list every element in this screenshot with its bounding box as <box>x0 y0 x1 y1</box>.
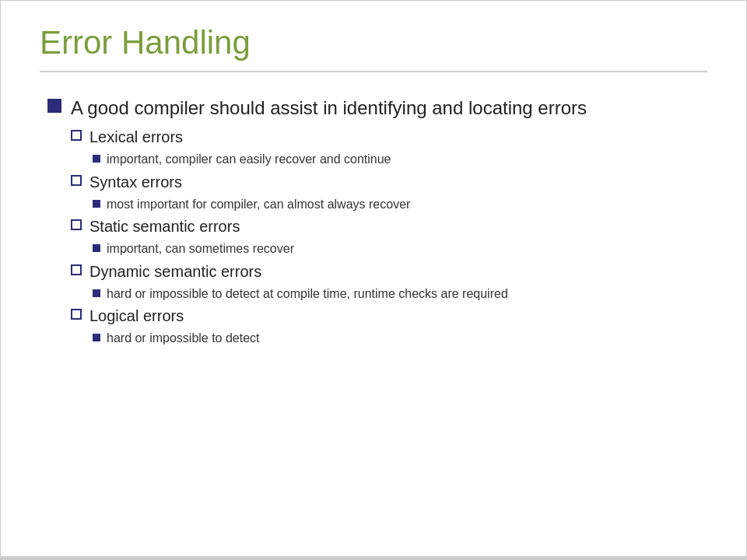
level3-items: important, can sometimes recover <box>93 240 707 257</box>
level2-item: Lexical errors <box>71 127 707 148</box>
level3-item: important, can sometimes recover <box>93 240 707 257</box>
level2-text: Dynamic semantic errors <box>89 261 261 282</box>
slide-content: A good compiler should assist in identif… <box>40 96 707 536</box>
level2-bullet-icon <box>71 219 82 230</box>
bottom-line <box>1 556 746 559</box>
level2-bullet-icon <box>71 130 82 141</box>
level2-item: Logical errors <box>71 306 707 327</box>
level2-text: Static semantic errors <box>89 216 240 237</box>
level2-text: Logical errors <box>89 306 184 327</box>
level2-item: Dynamic semantic errors <box>71 261 707 282</box>
slide: Error Handling A good compiler should as… <box>0 0 747 560</box>
level3-item: most important for compiler, can almost … <box>93 196 707 213</box>
level3-item: hard or impossible to detect at compile … <box>93 285 707 303</box>
level3-text: hard or impossible to detect at compile … <box>107 285 508 303</box>
level2-item: Static semantic errors <box>71 216 707 237</box>
level3-text: most important for compiler, can almost … <box>107 196 410 213</box>
level3-items: hard or impossible to detect at compile … <box>93 285 707 303</box>
level3-bullet-icon <box>93 200 100 208</box>
level3-text: important, compiler can easily recover a… <box>107 151 391 168</box>
sub-items-list: Lexical errors important, compiler can e… <box>71 127 707 347</box>
level3-bullet-icon <box>93 155 100 163</box>
level3-items: hard or impossible to detect <box>93 330 707 347</box>
level3-bullet-icon <box>93 244 100 252</box>
level2-bullet-icon <box>71 309 82 320</box>
level1-text: A good compiler should assist in identif… <box>71 96 587 121</box>
level2-item: Syntax errors <box>71 172 707 193</box>
level3-bullet-icon <box>93 334 100 341</box>
slide-title: Error Handling <box>40 24 707 72</box>
level2-bullet-icon <box>71 264 82 275</box>
level1-bullet-icon <box>47 99 61 113</box>
level2-text: Syntax errors <box>89 172 182 193</box>
level3-text: important, can sometimes recover <box>107 240 294 257</box>
level3-item: hard or impossible to detect <box>93 330 707 347</box>
level3-items: most important for compiler, can almost … <box>93 196 707 213</box>
level2-bullet-icon <box>71 175 82 186</box>
level1-item: A good compiler should assist in identif… <box>47 96 707 121</box>
level3-item: important, compiler can easily recover a… <box>93 151 707 168</box>
level3-bullet-icon <box>93 289 100 297</box>
level3-items: important, compiler can easily recover a… <box>93 151 707 168</box>
level2-text: Lexical errors <box>89 127 183 148</box>
level3-text: hard or impossible to detect <box>107 330 260 347</box>
